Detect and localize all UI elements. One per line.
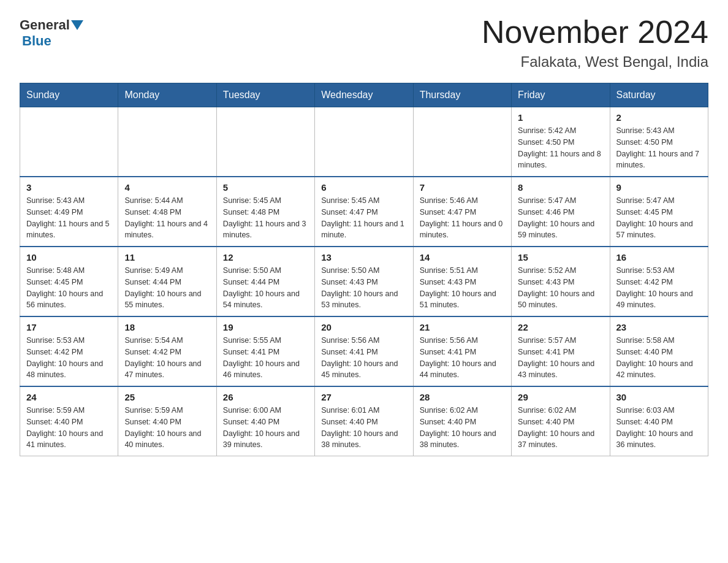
calendar-cell: 5Sunrise: 5:45 AMSunset: 4:48 PMDaylight…	[216, 177, 314, 247]
calendar-cell: 11Sunrise: 5:49 AMSunset: 4:44 PMDayligh…	[118, 247, 216, 316]
calendar-cell: 27Sunrise: 6:01 AMSunset: 4:40 PMDayligh…	[315, 386, 413, 456]
header-tuesday: Tuesday	[216, 83, 314, 107]
header-thursday: Thursday	[413, 83, 511, 107]
day-number: 21	[420, 322, 505, 332]
calendar-cell: 3Sunrise: 5:43 AMSunset: 4:49 PMDaylight…	[20, 177, 118, 247]
day-info: Sunrise: 5:58 AMSunset: 4:40 PMDaylight:…	[616, 335, 702, 381]
day-info: Sunrise: 5:54 AMSunset: 4:42 PMDaylight:…	[124, 335, 210, 381]
day-number: 30	[616, 392, 702, 402]
day-number: 23	[616, 322, 702, 332]
title-section: November 2024 Falakata, West Bengal, Ind…	[482, 15, 708, 71]
day-info: Sunrise: 5:49 AMSunset: 4:44 PMDaylight:…	[124, 265, 210, 311]
logo: General Blue	[20, 15, 85, 49]
day-info: Sunrise: 5:59 AMSunset: 4:40 PMDaylight:…	[124, 405, 210, 451]
calendar-cell: 30Sunrise: 6:03 AMSunset: 4:40 PMDayligh…	[610, 386, 708, 456]
day-number: 12	[223, 252, 308, 262]
header-sunday: Sunday	[20, 83, 118, 107]
day-number: 11	[124, 252, 210, 262]
day-number: 7	[420, 182, 505, 193]
day-info: Sunrise: 5:47 AMSunset: 4:45 PMDaylight:…	[616, 195, 702, 241]
header-saturday: Saturday	[610, 83, 708, 107]
day-info: Sunrise: 5:51 AMSunset: 4:43 PMDaylight:…	[420, 265, 505, 311]
day-info: Sunrise: 5:52 AMSunset: 4:43 PMDaylight:…	[518, 265, 603, 311]
calendar-cell: 26Sunrise: 6:00 AMSunset: 4:40 PMDayligh…	[216, 386, 314, 456]
calendar-cell: 21Sunrise: 5:56 AMSunset: 4:41 PMDayligh…	[413, 316, 511, 386]
day-info: Sunrise: 6:00 AMSunset: 4:40 PMDaylight:…	[223, 405, 308, 451]
day-number: 4	[124, 182, 210, 193]
day-number: 6	[321, 182, 406, 193]
calendar-cell	[118, 107, 216, 177]
day-info: Sunrise: 5:48 AMSunset: 4:45 PMDaylight:…	[26, 265, 112, 311]
calendar-cell: 22Sunrise: 5:57 AMSunset: 4:41 PMDayligh…	[512, 316, 610, 386]
calendar-cell: 24Sunrise: 5:59 AMSunset: 4:40 PMDayligh…	[20, 386, 118, 456]
day-info: Sunrise: 6:01 AMSunset: 4:40 PMDaylight:…	[321, 405, 406, 451]
calendar-cell: 20Sunrise: 5:56 AMSunset: 4:41 PMDayligh…	[315, 316, 413, 386]
logo-general-text: General	[20, 17, 70, 33]
calendar-cell: 19Sunrise: 5:55 AMSunset: 4:41 PMDayligh…	[216, 316, 314, 386]
day-number: 14	[420, 252, 505, 262]
month-title: November 2024	[482, 15, 708, 50]
calendar-cell: 28Sunrise: 6:02 AMSunset: 4:40 PMDayligh…	[413, 386, 511, 456]
day-number: 16	[616, 252, 702, 262]
day-info: Sunrise: 5:45 AMSunset: 4:47 PMDaylight:…	[321, 195, 406, 241]
day-number: 18	[124, 322, 210, 332]
day-number: 28	[420, 392, 505, 402]
day-number: 19	[223, 322, 308, 332]
day-number: 24	[26, 392, 112, 402]
day-info: Sunrise: 5:56 AMSunset: 4:41 PMDaylight:…	[321, 335, 406, 381]
location-title: Falakata, West Bengal, India	[482, 53, 708, 71]
calendar-cell: 17Sunrise: 5:53 AMSunset: 4:42 PMDayligh…	[20, 316, 118, 386]
calendar-cell: 1Sunrise: 5:42 AMSunset: 4:50 PMDaylight…	[512, 107, 610, 177]
page-header: General Blue November 2024 Falakata, Wes…	[20, 15, 708, 71]
day-number: 20	[321, 322, 406, 332]
calendar-cell	[20, 107, 118, 177]
logo-triangle-icon	[71, 20, 83, 30]
day-info: Sunrise: 5:46 AMSunset: 4:47 PMDaylight:…	[420, 195, 505, 241]
day-number: 26	[223, 392, 308, 402]
week-row-1: 1Sunrise: 5:42 AMSunset: 4:50 PMDaylight…	[20, 107, 708, 177]
calendar-cell: 4Sunrise: 5:44 AMSunset: 4:48 PMDaylight…	[118, 177, 216, 247]
calendar-cell: 2Sunrise: 5:43 AMSunset: 4:50 PMDaylight…	[610, 107, 708, 177]
day-number: 13	[321, 252, 406, 262]
calendar-cell: 7Sunrise: 5:46 AMSunset: 4:47 PMDaylight…	[413, 177, 511, 247]
header-monday: Monday	[118, 83, 216, 107]
calendar-cell: 25Sunrise: 5:59 AMSunset: 4:40 PMDayligh…	[118, 386, 216, 456]
day-number: 2	[616, 112, 702, 123]
day-info: Sunrise: 5:53 AMSunset: 4:42 PMDaylight:…	[26, 335, 112, 381]
calendar-cell: 29Sunrise: 6:02 AMSunset: 4:40 PMDayligh…	[512, 386, 610, 456]
day-number: 5	[223, 182, 308, 193]
day-info: Sunrise: 6:03 AMSunset: 4:40 PMDaylight:…	[616, 405, 702, 451]
day-number: 27	[321, 392, 406, 402]
day-info: Sunrise: 5:59 AMSunset: 4:40 PMDaylight:…	[26, 405, 112, 451]
day-number: 1	[518, 112, 603, 123]
day-info: Sunrise: 5:57 AMSunset: 4:41 PMDaylight:…	[518, 335, 603, 381]
day-info: Sunrise: 5:50 AMSunset: 4:43 PMDaylight:…	[321, 265, 406, 311]
day-number: 9	[616, 182, 702, 193]
day-info: Sunrise: 6:02 AMSunset: 4:40 PMDaylight:…	[420, 405, 505, 451]
logo-blue-text: Blue	[22, 33, 51, 48]
header-friday: Friday	[512, 83, 610, 107]
day-info: Sunrise: 5:47 AMSunset: 4:46 PMDaylight:…	[518, 195, 603, 241]
calendar-cell: 12Sunrise: 5:50 AMSunset: 4:44 PMDayligh…	[216, 247, 314, 316]
week-row-4: 17Sunrise: 5:53 AMSunset: 4:42 PMDayligh…	[20, 316, 708, 386]
calendar-cell: 9Sunrise: 5:47 AMSunset: 4:45 PMDaylight…	[610, 177, 708, 247]
calendar-cell: 6Sunrise: 5:45 AMSunset: 4:47 PMDaylight…	[315, 177, 413, 247]
day-number: 25	[124, 392, 210, 402]
day-number: 8	[518, 182, 603, 193]
calendar-cell: 23Sunrise: 5:58 AMSunset: 4:40 PMDayligh…	[610, 316, 708, 386]
day-number: 17	[26, 322, 112, 332]
weekday-header-row: Sunday Monday Tuesday Wednesday Thursday…	[20, 83, 708, 107]
calendar-cell: 14Sunrise: 5:51 AMSunset: 4:43 PMDayligh…	[413, 247, 511, 316]
day-info: Sunrise: 5:50 AMSunset: 4:44 PMDaylight:…	[223, 265, 308, 311]
week-row-2: 3Sunrise: 5:43 AMSunset: 4:49 PMDaylight…	[20, 177, 708, 247]
calendar-cell	[216, 107, 314, 177]
day-info: Sunrise: 6:02 AMSunset: 4:40 PMDaylight:…	[518, 405, 603, 451]
day-info: Sunrise: 5:55 AMSunset: 4:41 PMDaylight:…	[223, 335, 308, 381]
day-number: 3	[26, 182, 112, 193]
day-number: 10	[26, 252, 112, 262]
day-info: Sunrise: 5:44 AMSunset: 4:48 PMDaylight:…	[124, 195, 210, 241]
day-number: 15	[518, 252, 603, 262]
calendar-cell	[315, 107, 413, 177]
calendar-cell: 8Sunrise: 5:47 AMSunset: 4:46 PMDaylight…	[512, 177, 610, 247]
day-info: Sunrise: 5:53 AMSunset: 4:42 PMDaylight:…	[616, 265, 702, 311]
